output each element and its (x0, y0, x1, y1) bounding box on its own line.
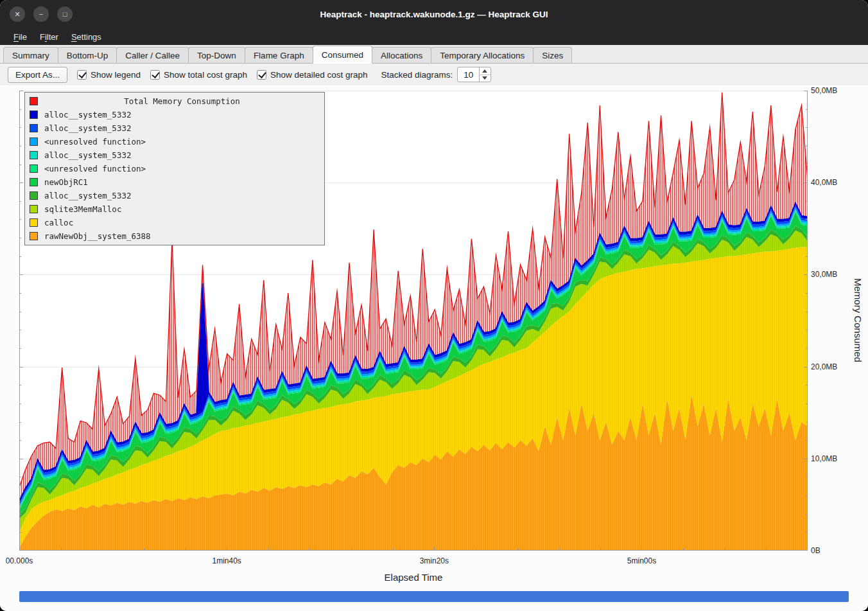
legend-row: newObjRC1 (25, 175, 324, 189)
legend-swatch (30, 97, 38, 105)
x-axis-tick-label: 1min40s (212, 556, 241, 565)
legend-label: alloc__system_5332 (44, 191, 131, 200)
x-axis-tick-label: 5min00s (627, 556, 656, 565)
checkbox-box (150, 70, 160, 80)
checkbox-show-total-cost-graph[interactable]: Show total cost graph (150, 70, 247, 80)
tab-temporary-allocations[interactable]: Temporary Allocations (431, 47, 534, 63)
toolbar-checkboxes: Show legendShow total cost graphShow det… (77, 70, 368, 80)
title-bar: ✕ − □ Heaptrack - heaptrack.wakunode.1.g… (0, 0, 868, 28)
tab-consumed[interactable]: Consumed (313, 46, 372, 64)
menu-file[interactable]: File (8, 30, 33, 44)
minimize-icon: − (39, 11, 43, 18)
checkbox-box (257, 70, 266, 80)
checkbox-label: Show total cost graph (164, 70, 247, 80)
legend-swatch (30, 232, 38, 240)
legend-label: alloc__system_5332 (44, 110, 131, 120)
menu-filter[interactable]: Filter (34, 30, 64, 44)
tab-caller-callee[interactable]: Caller / Callee (116, 47, 189, 63)
maximize-button[interactable]: □ (57, 6, 73, 22)
y-axis-tick-label: 40,0MB (811, 177, 837, 188)
heaptrack-window: ✕ − □ Heaptrack - heaptrack.wakunode.1.g… (0, 0, 868, 611)
legend-row: rawNewObj__system_6388 (25, 229, 324, 243)
legend-row: alloc__system_5332 (25, 121, 324, 135)
y-axis-title: Memory Consumed (853, 278, 864, 362)
checkbox-box (77, 70, 87, 80)
legend-label: alloc__system_5332 (44, 123, 131, 133)
chart-zoom-scrollbar[interactable] (19, 591, 849, 602)
window-controls: ✕ − □ (10, 6, 73, 22)
legend-label: Total Memory Consumption (44, 96, 320, 106)
legend-title-row: Total Memory Consumption (25, 94, 324, 108)
tab-sizes[interactable]: Sizes (533, 47, 572, 63)
legend-row: alloc__system_5332 (25, 108, 324, 121)
legend-label: <unresolved function> (44, 137, 146, 146)
y-axis-tick-label: 20,0MB (811, 362, 837, 372)
checkbox-label: Show detailed cost graph (270, 70, 368, 80)
legend-swatch (30, 191, 38, 200)
chart-legend: Total Memory Consumptionalloc__system_53… (24, 92, 325, 245)
legend-row: <unresolved function> (25, 162, 324, 175)
close-button[interactable]: ✕ (10, 6, 25, 22)
tab-summary[interactable]: Summary (3, 47, 58, 63)
tab-bottom-up[interactable]: Bottom-Up (58, 47, 117, 63)
menu-bar: FileFilterSettings (0, 28, 868, 45)
legend-swatch (30, 178, 38, 186)
legend-label: alloc__system_5332 (44, 150, 131, 160)
export-as-button[interactable]: Export As... (8, 67, 67, 83)
checkbox-show-legend[interactable]: Show legend (77, 70, 141, 80)
checkbox-show-detailed-cost-graph[interactable]: Show detailed cost graph (257, 70, 368, 80)
y-axis-tick-label: 30,0MB (811, 269, 837, 279)
legend-label: <unresolved function> (44, 164, 146, 173)
legend-swatch (30, 124, 38, 132)
stacked-diagrams-value: 10 (458, 67, 479, 82)
legend-label: newObjRC1 (44, 177, 88, 187)
maximize-icon: □ (63, 11, 67, 18)
x-axis-title: Elapsed Time (19, 572, 808, 583)
y-axis-tick-label: 50,0MB (811, 85, 837, 96)
legend-label: sqlite3MemMalloc (44, 204, 121, 214)
tab-bar: SummaryBottom-UpCaller / CalleeTop-DownF… (0, 45, 868, 64)
legend-label: rawNewObj__system_6388 (44, 231, 151, 241)
checkbox-label: Show legend (91, 70, 141, 80)
spin-up-icon[interactable] (480, 67, 490, 75)
x-axis-tick-label: 00.000s (6, 556, 33, 565)
stacked-diagrams-label: Stacked diagrams: (381, 70, 453, 80)
chart-region: Total Memory Consumptionalloc__system_53… (0, 85, 868, 611)
legend-row: <unresolved function> (25, 135, 324, 148)
y-axis-tick-label: 10,0MB (811, 454, 837, 464)
legend-label: calloc (44, 218, 73, 227)
legend-swatch (30, 164, 38, 173)
legend-swatch (30, 111, 38, 119)
menu-settings[interactable]: Settings (65, 30, 107, 44)
window-title: Heaptrack - heaptrack.wakunode.1.gz — He… (0, 10, 868, 19)
tab-flame-graph[interactable]: Flame Graph (245, 47, 313, 63)
spinbox-buttons (479, 67, 490, 82)
tab-top-down[interactable]: Top-Down (188, 47, 245, 63)
y-axis-tick-label: 0B (811, 545, 820, 556)
x-axis-tick-label: 3min20s (420, 556, 449, 565)
legend-swatch (30, 218, 38, 227)
close-icon: ✕ (14, 11, 20, 18)
legend-row: alloc__system_5332 (25, 189, 324, 202)
toolbar: Export As... Show legendShow total cost … (0, 64, 868, 85)
legend-row: sqlite3MemMalloc (25, 202, 324, 216)
legend-swatch (30, 137, 38, 146)
legend-swatch (30, 205, 38, 213)
legend-row: calloc (25, 216, 324, 229)
legend-swatch (30, 151, 38, 159)
tab-allocations[interactable]: Allocations (372, 47, 431, 63)
legend-row: alloc__system_5332 (25, 148, 324, 162)
minimize-button[interactable]: − (33, 6, 49, 22)
spin-down-icon[interactable] (480, 75, 490, 82)
stacked-diagrams-spinbox[interactable]: 10 (457, 67, 491, 82)
